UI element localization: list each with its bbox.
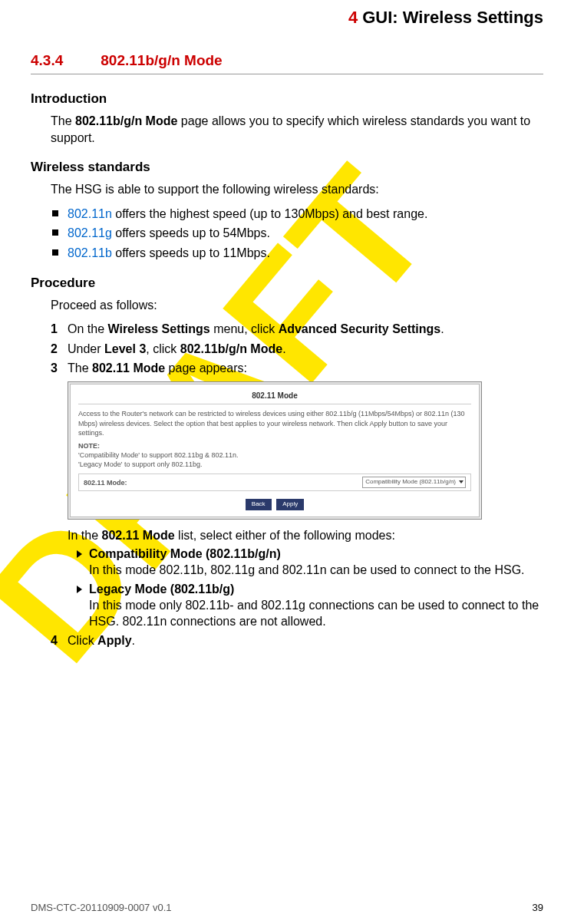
- t: Wireless Settings: [107, 322, 209, 335]
- t: , click: [146, 342, 180, 355]
- intro-text: The 802.11b/g/n Mode page allows you to …: [51, 113, 543, 146]
- standard-link: 802.11n: [68, 207, 112, 220]
- step-3: The 802.11 Mode page appears: 802.11 Mod…: [51, 360, 543, 629]
- page-number: 39: [533, 902, 543, 913]
- procedure-heading: Procedure: [31, 276, 543, 291]
- standard-link: 802.11g: [68, 226, 112, 239]
- doc-id: DMS-CTC-20110909-0007 v0.1: [31, 902, 172, 913]
- t: Apply: [97, 634, 131, 647]
- mode-desc: In this mode 802.11b, 802.11g and 802.11…: [89, 563, 525, 576]
- standard-link: 802.11b: [68, 246, 112, 259]
- standard-rest: offers speeds up to 54Mbps.: [112, 226, 270, 239]
- mode-desc: In this mode only 802.11b- and 802.11g c…: [89, 599, 539, 628]
- shot-desc: Access to the Router's network can be re…: [78, 409, 471, 437]
- t: On the: [68, 322, 107, 335]
- t: The: [68, 361, 92, 375]
- shot-back-button[interactable]: Back: [246, 499, 272, 510]
- intro-bold: 802.11b/g/n Mode: [75, 114, 177, 127]
- t: page appears:: [165, 361, 247, 375]
- standards-list: 802.11n offers the highest speed (up to …: [51, 206, 543, 262]
- chapter-title-text: GUI: Wireless Settings: [362, 8, 543, 27]
- t: menu, click: [210, 322, 279, 335]
- shot-note1: 'Compatibility Mode' to support 802.11bg…: [78, 450, 471, 460]
- step-3-after: In the 802.11 Mode list, select either o…: [68, 527, 543, 544]
- chapter-number: 4: [348, 8, 358, 27]
- section-title-text: 802.11b/g/n Mode: [101, 52, 222, 68]
- shot-apply-button[interactable]: Apply: [276, 499, 304, 510]
- procedure-lead: Proceed as follows:: [51, 297, 543, 314]
- t: .: [132, 634, 135, 647]
- standard-rest: offers speeds up to 11Mbps.: [112, 246, 270, 259]
- mode-title: Legacy Mode (802.11b/g): [89, 582, 234, 596]
- list-item: 802.11b offers speeds up to 11Mbps.: [51, 245, 543, 262]
- t: Under: [68, 342, 104, 355]
- shot-row-label: 802.11 Mode:: [84, 478, 137, 487]
- intro-heading: Introduction: [31, 91, 543, 107]
- page-header: 4 GUI: Wireless Settings: [31, 8, 543, 31]
- section-number: 4.3.4: [31, 52, 97, 69]
- shot-title: 802.11 Mode: [78, 391, 471, 405]
- procedure-steps: On the Wireless Settings menu, click Adv…: [51, 321, 543, 649]
- intro-pre: The: [51, 114, 75, 127]
- section-heading: 4.3.4 802.11b/g/n Mode: [31, 52, 543, 74]
- t: 802.11b/g/n Mode: [180, 342, 282, 355]
- t: 802.11 Mode: [92, 361, 165, 375]
- list-item: Compatibility Mode (802.11b/g/n) In this…: [77, 546, 543, 579]
- standards-heading: Wireless standards: [31, 160, 543, 175]
- step-4: Click Apply.: [51, 632, 543, 649]
- list-item: Legacy Mode (802.11b/g) In this mode onl…: [77, 582, 543, 629]
- t: .: [282, 342, 285, 355]
- page-footer: DMS-CTC-20110909-0007 v0.1 39: [31, 902, 543, 913]
- step-2: Under Level 3, click 802.11b/g/n Mode.: [51, 341, 543, 358]
- shot-note2: 'Legacy Mode' to support only 802.11bg.: [78, 460, 471, 469]
- t: Click: [68, 634, 97, 647]
- step-1: On the Wireless Settings menu, click Adv…: [51, 321, 543, 338]
- shot-mode-select[interactable]: Compatibility Mode (802.11b/g/n): [362, 477, 466, 488]
- t: .: [440, 322, 444, 335]
- t: Advanced Security Settings: [279, 322, 441, 335]
- t: list, select either of the following mod…: [175, 529, 395, 542]
- shot-mode-row: 802.11 Mode: Compatibility Mode (802.11b…: [78, 474, 471, 491]
- shot-note-label: NOTE:: [78, 441, 471, 450]
- mode-list: Compatibility Mode (802.11b/g/n) In this…: [77, 546, 543, 629]
- list-item: 802.11g offers speeds up to 54Mbps.: [51, 225, 543, 242]
- t: Level 3: [104, 342, 146, 355]
- t: 802.11 Mode: [101, 529, 174, 542]
- list-item: 802.11n offers the highest speed (up to …: [51, 206, 543, 223]
- standard-rest: offers the highest speed (up to 130Mbps)…: [112, 207, 428, 220]
- embedded-screenshot: 802.11 Mode Access to the Router's netwo…: [68, 381, 482, 520]
- t: In the: [68, 529, 101, 542]
- standards-lead: The HSG is able to support the following…: [51, 181, 543, 198]
- mode-title: Compatibility Mode (802.11b/g/n): [89, 547, 281, 560]
